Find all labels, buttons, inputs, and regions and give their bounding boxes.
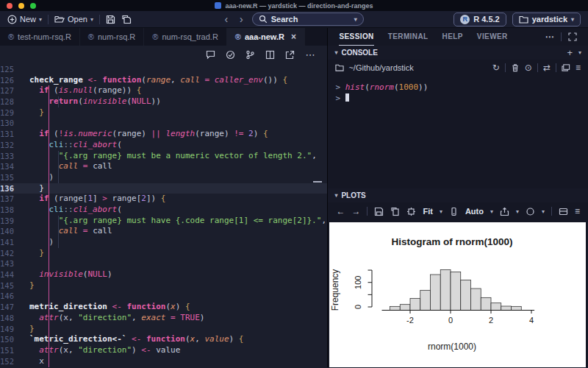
right-pane: SESSION TERMINAL HELP VIEWER ⋯ ▾ CONSOLE… [327,28,588,367]
chevron-down-icon: ▾ [354,16,357,23]
new-button-label: New [20,15,36,24]
toolbar-separator [48,15,49,24]
editor-pane: ® test-num-rsq.R ® num-rsq.R ® num-rsq_t… [0,28,327,367]
tab-num-rsq-trad[interactable]: ® num-rsq_trad.R [144,28,227,46]
project-selector[interactable]: yardstick ▾ [512,13,581,26]
restart-session-icon[interactable]: ⇄ [543,63,551,72]
copy-plot-icon[interactable] [390,207,400,216]
separator [367,207,368,216]
console-line: > [335,93,588,104]
tab-terminal[interactable]: TERMINAL [388,29,429,46]
maximize-window-button[interactable] [30,3,36,9]
plot-canvas[interactable]: -20240100Histogram of rnorm(1000)rnorm(1… [329,222,586,367]
chevron-down-icon: ▾ [39,16,42,23]
check-circle-icon[interactable] [226,50,235,60]
minimize-window-button[interactable] [18,3,24,9]
chevron-down-icon[interactable]: ▾ [516,208,519,215]
code-line[interactable]: 126check_range <- function(range, call =… [0,75,327,86]
main-area: ® test-num-rsq.R ® num-rsq.R ® num-rsq_t… [0,28,588,367]
split-editor-icon[interactable] [265,50,275,60]
tab-session[interactable]: SESSION [339,29,373,46]
tab-test-num-rsq[interactable]: ® test-num-rsq.R [0,28,80,46]
chevron-down-icon[interactable]: ▾ [440,208,442,215]
trash-icon[interactable] [511,63,520,72]
interrupt-icon[interactable]: ⊙ [525,63,532,72]
more-actions-icon[interactable]: ⋯ [545,32,554,41]
source-control-branch-icon[interactable] [245,50,255,60]
console-output[interactable]: > hist(rnorm(1000))> [328,75,588,188]
svg-text:100: 100 [354,276,362,289]
open-button[interactable]: Open ▾ [54,15,93,24]
save-icon[interactable] [106,15,115,24]
svg-text:0: 0 [354,305,362,309]
code-line[interactable]: 125 [0,64,327,75]
maximize-panel-icon[interactable] [568,32,577,41]
folder-icon [335,63,344,72]
chevron-down-icon[interactable]: ▾ [578,49,581,56]
code-editor[interactable]: 125126check_range <- function(range, cal… [0,64,327,367]
separator [505,63,506,72]
new-button[interactable]: New ▾ [7,15,42,24]
close-tab-icon[interactable]: × [291,32,296,42]
sizing-policy-icon[interactable] [449,207,459,216]
navigate-forward-button[interactable]: › [237,13,246,25]
separator [537,63,538,72]
svg-text:2: 2 [489,316,493,325]
main-toolbar: New ▾ Open ▾ ‹ › Search ▾ R R 4.5.2 yard… [0,11,588,28]
navigate-back-button[interactable]: ‹ [221,13,231,25]
chevron-down-icon: ▾ [571,16,574,23]
console-section-header[interactable]: ▾ CONSOLE + ▾ [328,46,588,60]
previous-plot-icon[interactable]: ← [336,207,345,216]
histogram-plot: -20240100Histogram of rnorm(1000)rnorm(1… [329,222,560,367]
new-console-icon[interactable]: + [567,47,573,58]
close-window-button[interactable] [7,3,12,9]
toolbar-separator [99,15,100,24]
console-line: > hist(rnorm(1000)) [335,82,588,93]
duplicate-window-icon[interactable] [562,63,570,72]
working-directory[interactable]: ~/Github/yardstick [348,63,413,72]
chevron-down-icon: ▾ [90,16,93,23]
plots-settings-icon[interactable]: ≡ [575,207,580,216]
console-settings-icon[interactable]: ≡ [576,63,581,72]
command-search-input[interactable]: Search ▾ [252,13,364,26]
tab-num-rsq[interactable]: ® num-rsq.R [80,28,144,46]
chevron-down-icon: ▾ [334,49,337,56]
app-file-icon [215,2,221,9]
r-logo-icon: R [460,15,470,24]
tab-viewer[interactable]: VIEWER [477,29,508,46]
share-plot-icon[interactable] [500,207,509,216]
window-title: aaa-new.R — yardstick — direction-and-ra… [225,2,373,10]
next-plot-icon[interactable]: → [351,207,360,216]
zoom-fit-label[interactable]: Fit [423,207,432,216]
chevron-down-icon[interactable]: ▾ [490,208,493,215]
sizing-policy-label[interactable]: Auto [465,207,484,216]
zoom-fit-icon[interactable] [406,207,416,216]
refresh-icon[interactable]: ↻ [492,63,500,72]
tab-help[interactable]: HELP [442,29,463,46]
collapse-panel-icon[interactable] [559,207,568,216]
plus-circle-icon [7,15,17,24]
positron-window: aaa-new.R — yardstick — direction-and-ra… [0,0,588,368]
indent-guide [58,96,59,107]
indent-guide [58,216,59,248]
console-cursor [345,93,349,102]
indent-guide [58,151,59,183]
save-all-icon[interactable] [121,15,132,24]
tab-label: num-rsq.R [98,32,135,41]
interpreter-selector[interactable]: R R 4.5.2 [453,13,506,26]
plots-section-header[interactable]: ▾ PLOTS [328,188,588,202]
open-in-new-window-icon[interactable] [285,50,295,60]
render-settings-icon[interactable] [526,207,535,216]
chevron-down-icon: ▾ [334,192,337,199]
chevron-down-icon[interactable]: ▾ [542,208,545,215]
editor-tabbar: ® test-num-rsq.R ® num-rsq.R ® num-rsq_t… [0,28,327,46]
svg-text:0: 0 [448,316,453,325]
r-file-icon: ® [152,32,158,41]
save-plot-icon[interactable] [374,207,384,216]
r-file-icon: ® [235,32,241,41]
comment-icon[interactable] [206,50,215,60]
tab-aaa-new[interactable]: ® aaa-new.R × [227,28,305,46]
traffic-lights [7,3,36,9]
more-actions-icon[interactable]: ⋯ [305,49,315,60]
console-section-title: CONSOLE [341,49,377,57]
